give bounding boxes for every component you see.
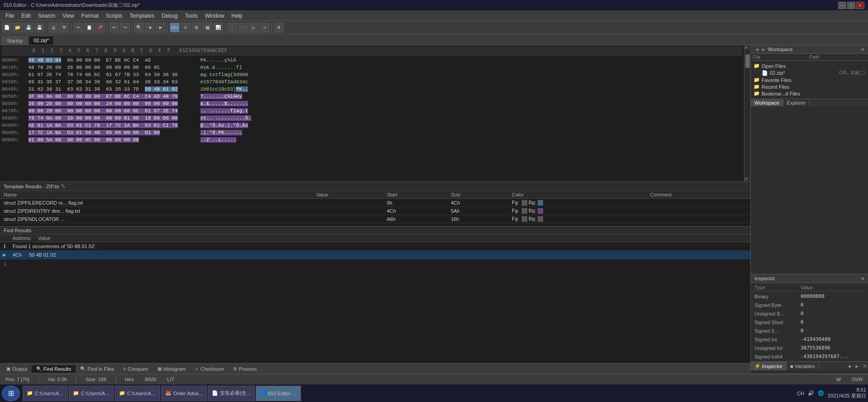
open-button[interactable]: 📂 [13, 23, 23, 33]
view-option4[interactable]: ▦ [202, 23, 212, 33]
workspace-close-btn[interactable]: ✕ [861, 47, 864, 52]
scroll-up-arrow[interactable]: ▲ [744, 45, 750, 50]
tab-histogram[interactable]: ▦ Histogram [153, 365, 191, 373]
insp-tab-variables[interactable]: ■ Variables [787, 362, 819, 370]
tab-find-in-files[interactable]: 🔍 Find in Files [76, 365, 119, 373]
print-preview-button[interactable]: 👁 [59, 23, 69, 33]
inspector-row-signed-s: Signed S... 0 [752, 327, 867, 335]
ws-tab-explorer[interactable]: Explorer [783, 99, 810, 106]
menu-format[interactable]: Format [78, 12, 102, 20]
redo-button[interactable]: ↪ [120, 23, 130, 33]
speaker-icon[interactable]: 🔊 [808, 390, 814, 396]
paste-button[interactable]: 📌 [95, 23, 105, 33]
template-edit-icon[interactable]: ✎ [61, 183, 66, 190]
menu-search[interactable]: Search [34, 12, 59, 20]
new-button[interactable]: 📄 [2, 23, 12, 33]
table-row[interactable]: struct ZIPFILERECORD re... flag.txt 0h 4… [0, 199, 750, 207]
hex-row[interactable]: 0030h: 65 31 35 37 37 30 34 36 66 32 61 … [2, 78, 742, 86]
tab-process[interactable]: ⚙ Process [229, 365, 262, 373]
menu-file[interactable]: File [2, 12, 18, 20]
menu-edit[interactable]: Edit [18, 12, 34, 20]
tree-favorite-files[interactable]: 📁 Favorite Files [753, 77, 866, 83]
menu-view[interactable]: View [59, 12, 78, 20]
scroll-right-btn[interactable]: ► [761, 47, 766, 52]
hex-row[interactable]: 0010h: 48 79 26 00 26 00 00 00 08 00 00 … [2, 64, 742, 71]
hex-row[interactable]: 0020h: 61 67 2E 74 78 74 66 6C 61 67 7B … [2, 71, 742, 78]
tree-file-item[interactable]: 📄 02.zip* CA\...实验二\ [753, 69, 866, 77]
tree-open-files[interactable]: 📁 Open Files [753, 62, 866, 69]
script-button[interactable]: ▷ [249, 23, 259, 33]
hex-row[interactable]: 00B0h: 01 00 5A 00 00 00 4C 00 00 00 00 … [2, 136, 742, 144]
view-option5[interactable]: 📊 [213, 23, 223, 33]
copy-button[interactable]: 📋 [84, 23, 94, 33]
undo-button[interactable]: ↩ [109, 23, 119, 33]
table-row[interactable]: struct ZIPDIRENTRY dire... flag.txt 4Ch … [0, 207, 750, 215]
hex-row[interactable]: 0050h: 3F 00 0A 00 00 00 00 00 E7 BE 6C … [2, 93, 742, 100]
hex-main[interactable]: 0 1 2 3 4 5 6 7 8 9 A B C D E F 01234567… [0, 45, 744, 182]
table-row[interactable]: struct ZIPENDLOCATOR ... A6h 16h Fg: Bg: [0, 215, 750, 223]
hex-view-button[interactable]: HEX [170, 23, 180, 33]
ws-tab-workspace[interactable]: Workspace [751, 99, 783, 106]
insp-tab-inspector[interactable]: ⚡ Inspector [751, 362, 787, 370]
hex-row[interactable]: 0090h: AE 81 1A BA D3 01 C1 78 17 7C 1A … [2, 122, 742, 129]
scroll-left-btn[interactable]: ◄ [754, 47, 759, 52]
hex-row[interactable]: 0060h: 26 00 26 00 00 00 08 00 24 00 00 … [2, 100, 742, 107]
close-button[interactable]: ✕ [856, 2, 864, 9]
menu-window[interactable]: Window [201, 12, 228, 20]
taskbar-btn-4[interactable]: 🦊 Order Adva... [161, 386, 207, 401]
scroll-track[interactable] [744, 50, 750, 177]
bottom-tabs: ▣ Output 🔍 Find Results 🔍 Find in Files … [0, 363, 750, 374]
hex-row[interactable]: 0070h: 00 00 20 00 00 00 00 00 00 00 66 … [2, 107, 742, 115]
taskbar-btn-1[interactable]: 📁 C:\Users\A... [23, 386, 68, 401]
find-button[interactable]: 🔍 [134, 23, 144, 33]
hex-row[interactable]: 0080h: 78 74 0A 00 20 00 00 00 00 00 01 … [2, 115, 742, 122]
network-icon[interactable]: 🌐 [818, 390, 824, 396]
minimize-button[interactable]: ─ [838, 2, 846, 9]
find-prev-button[interactable]: ◄ [145, 23, 155, 33]
toolbar-sep5 [167, 23, 168, 32]
inspector-close-x[interactable]: ✕ [862, 363, 868, 369]
inspector-next-btn[interactable]: ► [854, 363, 861, 369]
menu-debug[interactable]: Debug [158, 12, 181, 20]
tab-startup[interactable]: Startup [2, 36, 28, 45]
hex-row[interactable]: 0000h: 50 4B 03 04 0A 00 00 00 E7 BE 6C … [2, 57, 742, 64]
template-button[interactable]: ⋯ [238, 23, 248, 33]
taskbar-btn-2[interactable]: 📁 C:\Users\A... [69, 386, 114, 401]
tree-recent-files[interactable]: 📁 Recent Files [753, 83, 866, 90]
tab-checksum[interactable]: ✓ Checksum [191, 365, 229, 373]
save-all-button[interactable]: 💾 [34, 23, 44, 33]
tab-output[interactable]: ▣ Output [2, 365, 32, 373]
menu-tools[interactable]: Tools [181, 12, 201, 20]
print-button[interactable]: 🖨 [48, 23, 58, 33]
taskbar-btn-5[interactable]: 📄 安装必看(含... [208, 386, 255, 401]
keyboard-layout[interactable]: CH [797, 391, 804, 396]
taskbar-btn-3[interactable]: 📁 C:\Users\A... [115, 386, 160, 401]
toolbar-sep1 [46, 23, 47, 32]
taskbar-btn-6[interactable]: 🔵 010 Editor ... [256, 386, 301, 401]
hex-row[interactable]: 00A0h: 17 7C 1A BA D3 01 50 4B 05 06 00 … [2, 129, 742, 136]
compare-button[interactable]: ≈ [260, 23, 270, 33]
bookmark-button[interactable]: ⋮ [227, 23, 237, 33]
menu-help[interactable]: Help [228, 12, 246, 20]
save-button[interactable]: 💾 [24, 23, 33, 33]
find-next-button[interactable]: ► [156, 23, 166, 33]
tab-find-results[interactable]: 🔍 Find Results [32, 365, 76, 373]
menu-scripts[interactable]: Scripts [102, 12, 126, 20]
start-button[interactable]: ⊞ [2, 386, 20, 401]
menu-templates[interactable]: Templates [126, 12, 158, 20]
maximize-button[interactable]: □ [847, 2, 855, 9]
pause-button[interactable]: ⏸ [274, 23, 284, 33]
inspector-prev-btn[interactable]: ◄ [845, 363, 853, 369]
scroll-thumb[interactable] [745, 54, 750, 68]
tab-compare[interactable]: ≡ Compare [119, 365, 153, 373]
view-option3[interactable]: ⊞ [191, 23, 201, 33]
find-data-row[interactable]: ► 4Ch 50 4B 01 02 [0, 251, 750, 259]
scroll-down-arrow[interactable]: ▼ [744, 177, 750, 182]
view-option2[interactable]: ≡ [181, 23, 191, 33]
hex-row[interactable]: 0040h: 31 62 38 31 63 63 31 39 63 35 33 … [2, 86, 742, 93]
cut-button[interactable]: ✂ [73, 23, 83, 33]
tab-file[interactable]: 02.zip* [29, 36, 54, 45]
hex-scrollbar[interactable]: ▲ ▼ [744, 45, 750, 182]
inspector-close-btn[interactable]: ✕ [861, 276, 864, 281]
tree-bookmarked-files[interactable]: 📁 Bookmar...d Files [753, 90, 866, 97]
